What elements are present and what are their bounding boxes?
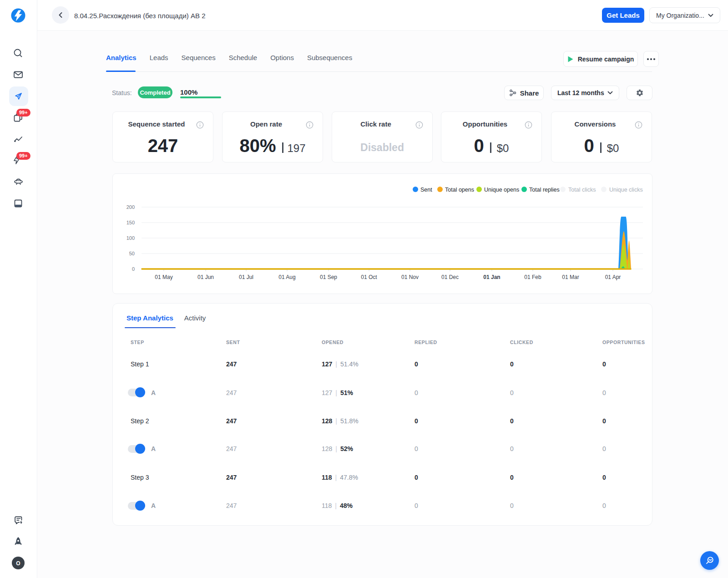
svg-text:Total opens: Total opens [445, 187, 474, 193]
svg-text:01 Jun: 01 Jun [197, 274, 214, 280]
svg-text:01 Mar: 01 Mar [562, 274, 579, 280]
svg-text:50: 50 [129, 251, 135, 256]
svg-text:01 Oct: 01 Oct [361, 274, 377, 280]
svg-text:Unique clicks: Unique clicks [609, 187, 643, 193]
svg-text:01 Dec: 01 Dec [441, 274, 459, 280]
svg-text:Sent: Sent [420, 187, 432, 193]
svg-text:01 Feb: 01 Feb [524, 274, 541, 280]
svg-text:Total replies: Total replies [529, 187, 560, 193]
svg-text:01 Apr: 01 Apr [605, 274, 621, 280]
svg-text:Unique opens: Unique opens [484, 187, 519, 193]
svg-text:01 Aug: 01 Aug [278, 274, 295, 280]
svg-text:Total clicks: Total clicks [568, 187, 596, 193]
svg-text:01 Jul: 01 Jul [239, 274, 253, 280]
svg-text:O: O [16, 560, 20, 567]
svg-text:100: 100 [126, 235, 135, 241]
svg-text:01 May: 01 May [155, 274, 172, 280]
svg-text:01 Sep: 01 Sep [320, 274, 337, 280]
svg-text:200: 200 [126, 204, 135, 210]
svg-text:0: 0 [132, 266, 135, 272]
svg-text:01 Jan: 01 Jan [483, 274, 500, 280]
svg-text:01 Nov: 01 Nov [401, 274, 419, 280]
svg-text:150: 150 [126, 220, 135, 225]
